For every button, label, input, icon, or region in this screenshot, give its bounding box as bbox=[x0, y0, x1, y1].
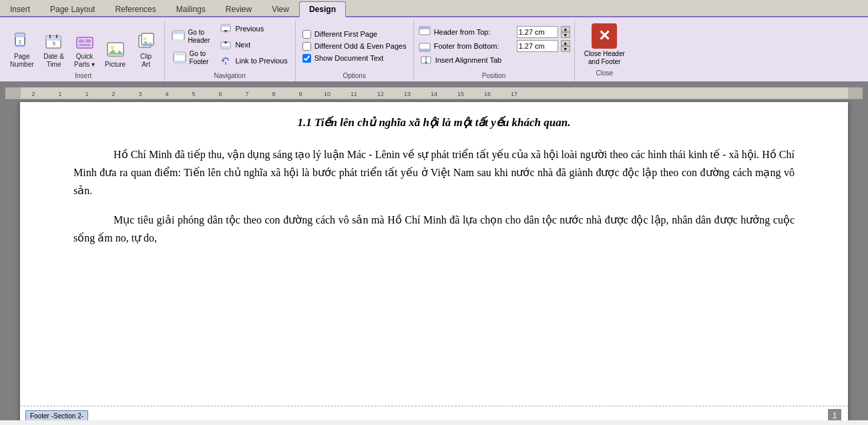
footer-from-bottom-label: Footer from Bottom: bbox=[434, 42, 514, 50]
insert-alignment-tab-icon bbox=[419, 55, 433, 65]
svg-rect-22 bbox=[172, 39, 184, 43]
show-document-text-option[interactable]: Show Document Text bbox=[301, 53, 408, 63]
close-header-footer-icon: ✕ bbox=[592, 23, 617, 49]
svg-text:10: 10 bbox=[324, 91, 331, 97]
close-header-footer-button[interactable]: ✕ Close Headerand Footer bbox=[580, 21, 629, 68]
ruler-left-margin bbox=[5, 87, 20, 99]
clip-art-icon bbox=[136, 31, 157, 52]
different-odd-even-label: Different Odd & Even Pages bbox=[314, 42, 407, 50]
different-first-page-option[interactable]: Different First Page bbox=[301, 29, 408, 39]
tab-insert[interactable]: Insert bbox=[0, 1, 40, 16]
different-odd-even-option[interactable]: Different Odd & Even Pages bbox=[301, 41, 408, 51]
document-page[interactable]: 1.1 Tiến lên chủ nghĩa xã hội là một tất… bbox=[20, 102, 848, 420]
close-group-label: Close bbox=[580, 68, 629, 79]
svg-rect-9 bbox=[77, 37, 93, 48]
go-to-footer-icon bbox=[172, 51, 187, 65]
svg-text:5: 5 bbox=[192, 91, 195, 97]
page-number: 1 bbox=[828, 409, 841, 420]
quick-parts-icon bbox=[74, 31, 95, 52]
svg-rect-5 bbox=[46, 36, 61, 41]
svg-text:3: 3 bbox=[138, 91, 142, 97]
next-button[interactable]: Next bbox=[216, 37, 292, 52]
document-paragraph-1: Hồ Chí Minh đã tiếp thu, vận dụng sáng t… bbox=[73, 145, 795, 200]
tab-review[interactable]: Review bbox=[216, 1, 262, 16]
date-time-label: Date &Time bbox=[43, 53, 64, 69]
svg-point-14 bbox=[110, 45, 114, 49]
page-number-button[interactable]: 1 PageNumber bbox=[7, 29, 37, 71]
next-icon bbox=[220, 39, 232, 50]
svg-point-18 bbox=[143, 37, 146, 41]
footer-from-bottom-down[interactable]: ▼ bbox=[561, 46, 570, 52]
go-to-footer-label: Go toFooter bbox=[190, 50, 209, 66]
date-time-icon: 5 bbox=[43, 31, 65, 52]
footer-section-label: Footer -Section 2- bbox=[25, 410, 88, 420]
header-from-top-row: Header from Top: ▲ ▼ bbox=[418, 26, 570, 38]
different-first-page-label: Different First Page bbox=[314, 30, 378, 38]
ruler: 2 1 1 2 3 4 5 6 7 8 9 10 11 12 13 14 15 … bbox=[5, 87, 863, 99]
previous-label: Previous bbox=[235, 25, 264, 33]
svg-text:16: 16 bbox=[484, 91, 491, 97]
options-group-label: Options bbox=[301, 71, 408, 81]
tab-view[interactable]: View bbox=[262, 1, 299, 16]
page-content: 1.1 Tiến lên chủ nghĩa xã hội là một tất… bbox=[20, 102, 848, 264]
document-heading: 1.1 Tiến lên chủ nghĩa xã hội là một tất… bbox=[73, 115, 795, 129]
footer-bar: Footer -Section 2- 1 bbox=[20, 406, 848, 420]
next-label: Next bbox=[235, 41, 250, 49]
navigation-group: Go toHeader Go toFooter bbox=[165, 20, 296, 81]
document-area: 2 1 1 2 3 4 5 6 7 8 9 10 11 12 13 14 15 … bbox=[0, 82, 868, 420]
svg-rect-24 bbox=[174, 52, 186, 55]
different-first-page-checkbox[interactable] bbox=[302, 30, 311, 39]
insert-alignment-tab-button[interactable]: Insert Alignment Tab bbox=[418, 54, 570, 66]
tab-design[interactable]: Design bbox=[299, 1, 346, 17]
go-to-header-label: Go toHeader bbox=[188, 29, 210, 45]
footer-from-bottom-up[interactable]: ▲ bbox=[561, 40, 570, 46]
svg-text:4: 4 bbox=[165, 91, 168, 97]
insert-group: 1 PageNumber 5 bbox=[3, 20, 165, 81]
header-from-top-icon bbox=[418, 27, 431, 37]
svg-text:12: 12 bbox=[377, 91, 384, 97]
header-from-top-input[interactable] bbox=[517, 26, 558, 38]
header-from-top-label: Header from Top: bbox=[434, 28, 514, 36]
svg-text:6: 6 bbox=[218, 91, 222, 97]
quick-parts-label: QuickParts ▾ bbox=[74, 53, 95, 69]
picture-label: Picture bbox=[105, 61, 126, 69]
different-odd-even-checkbox[interactable] bbox=[302, 42, 311, 51]
page-number-label: PageNumber bbox=[10, 53, 34, 69]
svg-text:17: 17 bbox=[511, 91, 517, 97]
picture-icon bbox=[105, 39, 126, 60]
svg-rect-36 bbox=[419, 49, 430, 51]
header-from-top-up[interactable]: ▲ bbox=[561, 26, 570, 32]
header-from-top-spinner[interactable]: ▲ ▼ bbox=[561, 26, 570, 38]
svg-rect-11 bbox=[85, 39, 91, 43]
svg-text:5: 5 bbox=[53, 41, 55, 46]
go-to-footer-button[interactable]: Go toFooter bbox=[169, 48, 212, 68]
insert-group-label: Insert bbox=[7, 71, 160, 81]
page-wrapper: 1.1 Tiến lên chủ nghĩa xã hội là một tất… bbox=[0, 99, 868, 420]
page-number-icon: 1 bbox=[11, 31, 33, 52]
show-document-text-checkbox[interactable] bbox=[302, 54, 311, 63]
previous-icon bbox=[220, 23, 232, 34]
quick-parts-button[interactable]: QuickParts ▾ bbox=[71, 29, 99, 71]
date-time-button[interactable]: 5 Date &Time bbox=[40, 29, 68, 71]
footer-from-bottom-input[interactable] bbox=[517, 40, 558, 52]
footer-from-bottom-icon bbox=[418, 41, 431, 51]
tab-references[interactable]: References bbox=[105, 1, 166, 16]
tab-mailings[interactable]: Mailings bbox=[166, 1, 216, 16]
tab-page-layout[interactable]: Page Layout bbox=[40, 1, 105, 16]
previous-button[interactable]: Previous bbox=[216, 21, 292, 36]
go-to-header-button[interactable]: Go toHeader bbox=[168, 27, 214, 47]
svg-rect-10 bbox=[79, 39, 84, 43]
tab-bar: Insert Page Layout References Mailings R… bbox=[0, 0, 868, 17]
svg-rect-3 bbox=[15, 45, 25, 47]
picture-button[interactable]: Picture bbox=[101, 37, 130, 71]
link-to-previous-icon bbox=[220, 55, 232, 66]
options-group: Different First Page Different Odd & Eve… bbox=[296, 20, 414, 81]
header-from-top-down[interactable]: ▼ bbox=[561, 32, 570, 38]
svg-text:7: 7 bbox=[245, 91, 248, 97]
svg-rect-1 bbox=[15, 33, 25, 37]
link-to-previous-button[interactable]: Link to Previous bbox=[216, 53, 292, 68]
footer-from-bottom-spinner[interactable]: ▲ ▼ bbox=[561, 40, 570, 52]
clip-art-button[interactable]: ClipArt bbox=[132, 29, 160, 71]
svg-text:11: 11 bbox=[351, 91, 357, 97]
svg-rect-30 bbox=[221, 46, 230, 49]
